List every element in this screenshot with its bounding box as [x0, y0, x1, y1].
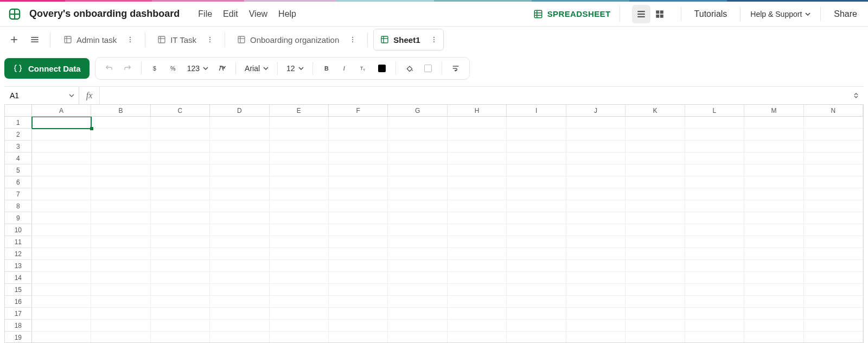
share-button[interactable]: Share — [831, 7, 860, 21]
row-header[interactable]: 12 — [5, 248, 32, 260]
cell[interactable] — [507, 200, 566, 212]
cell[interactable] — [448, 212, 507, 224]
cell[interactable] — [329, 141, 388, 153]
cell[interactable] — [270, 320, 329, 332]
cell[interactable] — [151, 272, 210, 284]
cell[interactable] — [270, 284, 329, 296]
cell[interactable] — [685, 296, 744, 308]
cell[interactable] — [744, 248, 803, 260]
row-header[interactable]: 17 — [5, 308, 32, 320]
cell[interactable] — [210, 284, 269, 296]
cell[interactable] — [329, 272, 388, 284]
cell[interactable] — [388, 332, 447, 343]
row-header[interactable]: 18 — [5, 320, 32, 332]
cell[interactable] — [270, 117, 329, 129]
cell[interactable] — [91, 236, 150, 248]
cell[interactable] — [744, 284, 803, 296]
cell[interactable] — [210, 117, 269, 129]
cell[interactable] — [744, 260, 803, 272]
column-header[interactable]: L — [685, 105, 744, 117]
cell[interactable] — [388, 188, 447, 200]
cell[interactable] — [566, 176, 626, 188]
cell[interactable] — [685, 188, 744, 200]
bold-button[interactable]: B — [318, 60, 335, 77]
cell[interactable] — [626, 200, 685, 212]
column-header[interactable]: C — [151, 105, 210, 117]
cell[interactable] — [210, 320, 269, 332]
cell[interactable] — [566, 236, 626, 248]
cell[interactable] — [270, 296, 329, 308]
sheet-tab-more[interactable] — [428, 34, 440, 46]
column-header[interactable]: G — [388, 105, 447, 117]
cell[interactable] — [566, 284, 626, 296]
clear-format-button[interactable] — [214, 60, 230, 77]
formula-expand-button[interactable] — [848, 87, 864, 104]
cell[interactable] — [329, 308, 388, 320]
cell[interactable] — [507, 272, 566, 284]
app-logo[interactable] — [8, 7, 22, 21]
cell[interactable] — [151, 141, 210, 153]
cell[interactable] — [566, 212, 626, 224]
cell[interactable] — [744, 332, 803, 343]
cell[interactable] — [507, 308, 566, 320]
column-header[interactable]: K — [626, 105, 685, 117]
sheet-tab[interactable]: Onboarding organization — [231, 29, 362, 50]
name-box[interactable] — [4, 87, 79, 104]
cell[interactable] — [507, 296, 566, 308]
row-header[interactable]: 14 — [5, 272, 32, 284]
cell[interactable] — [804, 296, 863, 308]
cell[interactable] — [448, 248, 507, 260]
cell[interactable] — [804, 153, 863, 164]
cell[interactable] — [507, 117, 566, 129]
cell[interactable] — [210, 129, 269, 141]
cell[interactable] — [32, 332, 91, 343]
cell[interactable] — [32, 200, 91, 212]
cell[interactable] — [626, 176, 685, 188]
cell[interactable] — [744, 176, 803, 188]
cell[interactable] — [626, 248, 685, 260]
cell[interactable] — [91, 117, 150, 129]
cell[interactable] — [685, 284, 744, 296]
cell[interactable] — [744, 200, 803, 212]
percent-format-button[interactable]: % — [165, 60, 182, 77]
cell[interactable] — [626, 212, 685, 224]
sheet-tab-more[interactable] — [124, 34, 136, 46]
cell[interactable] — [329, 248, 388, 260]
cell[interactable] — [744, 141, 803, 153]
cell[interactable] — [329, 153, 388, 164]
cell[interactable] — [270, 224, 329, 236]
cell[interactable] — [151, 296, 210, 308]
menu-edit[interactable]: Edit — [218, 6, 244, 22]
cell[interactable] — [507, 236, 566, 248]
column-header[interactable]: I — [507, 105, 566, 117]
cell[interactable] — [151, 284, 210, 296]
text-color-button[interactable] — [374, 60, 390, 77]
cell[interactable] — [210, 260, 269, 272]
cell[interactable] — [448, 141, 507, 153]
cell[interactable] — [626, 272, 685, 284]
cell[interactable] — [566, 332, 626, 343]
cell[interactable] — [91, 176, 150, 188]
cell[interactable] — [270, 129, 329, 141]
redo-button[interactable] — [119, 60, 136, 77]
sheet-tab[interactable]: IT Task — [151, 29, 219, 50]
cell[interactable] — [210, 188, 269, 200]
cell[interactable] — [388, 236, 447, 248]
cell[interactable] — [626, 117, 685, 129]
cell[interactable] — [151, 200, 210, 212]
cell[interactable] — [91, 224, 150, 236]
cell[interactable] — [329, 284, 388, 296]
cell[interactable] — [804, 332, 863, 343]
menu-file[interactable]: File — [193, 6, 218, 22]
cell[interactable] — [507, 164, 566, 176]
cell[interactable] — [32, 248, 91, 260]
cell[interactable] — [270, 153, 329, 164]
view-data-toggle[interactable] — [632, 5, 650, 23]
cell[interactable] — [151, 129, 210, 141]
bg-color-button[interactable] — [420, 60, 436, 77]
cell[interactable] — [507, 153, 566, 164]
cell[interactable] — [626, 129, 685, 141]
name-box-input[interactable] — [10, 91, 73, 100]
cell[interactable] — [744, 129, 803, 141]
menu-view[interactable]: View — [244, 6, 273, 22]
